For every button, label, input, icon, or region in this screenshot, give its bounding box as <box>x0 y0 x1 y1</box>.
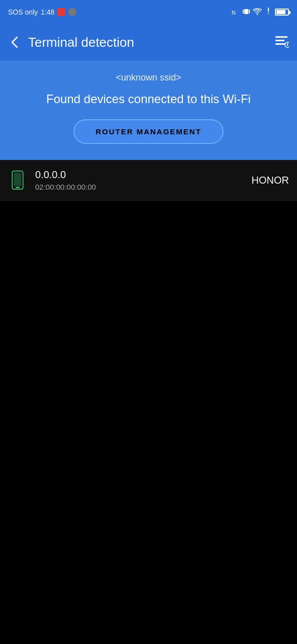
svg-rect-6 <box>275 36 287 38</box>
device-mac: 02:00:00:00:00:00 <box>35 183 244 191</box>
time-label: 1:48 <box>41 8 54 16</box>
found-devices-text: Found devices connected to this Wi-Fi <box>8 91 289 107</box>
alert-icon <box>265 8 272 17</box>
menu-button[interactable] <box>274 34 289 51</box>
vibrate-icon <box>243 8 250 17</box>
app-bar: Terminal detection <box>0 24 297 60</box>
back-button[interactable] <box>8 35 22 49</box>
svg-rect-10 <box>287 43 288 46</box>
svg-rect-13 <box>16 187 20 188</box>
wifi-icon <box>253 8 262 17</box>
svg-rect-3 <box>249 10 250 14</box>
svg-rect-4 <box>268 8 269 12</box>
sos-label: SOS only <box>8 8 38 16</box>
device-list: 0.0.0.0 02:00:00:00:00:00 HONOR <box>0 160 297 201</box>
device-brand: HONOR <box>252 175 289 186</box>
ssid-label: <unknown ssid> <box>8 72 289 83</box>
nfc-icon: N <box>232 8 240 17</box>
svg-text:N: N <box>232 10 236 16</box>
status-bar: SOS only 1:48 N <box>0 0 297 24</box>
app-bar-left: Terminal detection <box>8 35 134 50</box>
svg-rect-2 <box>243 10 244 14</box>
status-left: SOS only 1:48 <box>8 8 76 16</box>
status-right: N <box>232 8 289 17</box>
svg-rect-7 <box>275 40 284 41</box>
content-area <box>0 201 297 553</box>
device-info: 0.0.0.0 02:00:00:00:00:00 <box>35 169 244 191</box>
header-section: <unknown ssid> Found devices connected t… <box>0 60 297 160</box>
device-icon <box>8 171 27 190</box>
notification-dot-2 <box>68 8 76 16</box>
notification-dot-1 <box>57 8 65 16</box>
page-title: Terminal detection <box>28 35 134 50</box>
device-ip: 0.0.0.0 <box>35 169 244 181</box>
svg-rect-1 <box>244 9 248 14</box>
svg-rect-5 <box>268 13 269 14</box>
svg-rect-14 <box>14 173 22 186</box>
battery-icon <box>275 9 289 16</box>
router-management-button[interactable]: ROUTER MANAGEMENT <box>73 119 224 144</box>
table-row[interactable]: 0.0.0.0 02:00:00:00:00:00 HONOR <box>0 160 297 201</box>
